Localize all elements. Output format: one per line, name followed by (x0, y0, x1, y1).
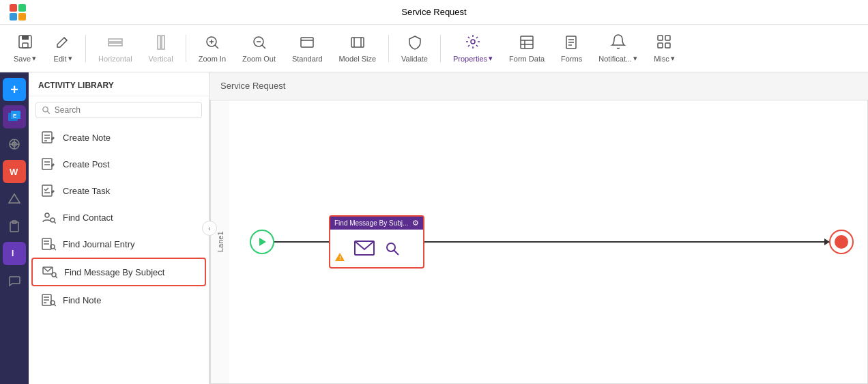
activity-library-header: ACTIVITY LIBRARY (29, 72, 209, 96)
svg-point-59 (45, 213, 49, 217)
node-search-icon (385, 241, 400, 256)
zoom-out-icon (251, 34, 267, 53)
validate-icon (407, 34, 423, 53)
app-grid-icon[interactable] (8, 3, 27, 22)
page-title: Service Request (401, 7, 466, 17)
svg-rect-57 (42, 185, 52, 196)
separator-4 (440, 35, 441, 62)
find-contact-icon (41, 210, 56, 224)
svg-line-69 (56, 277, 58, 279)
toolbar: Save ▾ Edit ▾ Horizontal (0, 25, 868, 72)
activity-node-title: Find Message By Subj... (334, 219, 408, 227)
forms-button[interactable]: Forms (554, 31, 589, 66)
left-nav: + E W (0, 72, 29, 384)
nav-identity[interactable]: I (3, 242, 26, 265)
svg-text:!: ! (339, 255, 341, 261)
nav-chat[interactable] (3, 269, 26, 292)
activity-sidebar: ACTIVITY LIBRARY Create Note (29, 72, 209, 384)
edit-icon (55, 33, 71, 53)
zoom-in-icon (204, 34, 220, 53)
start-node[interactable] (250, 230, 274, 254)
find-journal-icon (41, 237, 56, 251)
svg-point-68 (52, 273, 56, 277)
search-icon (42, 105, 50, 115)
lane-label: Lane1 (210, 100, 229, 383)
svg-rect-5 (22, 36, 29, 40)
separator-3 (388, 35, 389, 62)
create-note-icon (41, 131, 56, 144)
form-data-button[interactable]: Form Data (502, 31, 551, 66)
play-icon (257, 236, 267, 247)
svg-rect-9 (158, 36, 160, 49)
search-input[interactable] (55, 105, 196, 115)
nav-drive[interactable] (3, 187, 26, 210)
activity-node-header: Find Message By Subj... ⚙ (330, 217, 423, 230)
activity-item-create-task[interactable]: Create Task (31, 178, 206, 204)
find-note-icon (41, 293, 56, 307)
activity-node-gear[interactable]: ⚙ (412, 219, 419, 228)
svg-text:W: W (10, 167, 18, 177)
activity-item-find-contact[interactable]: Find Contact (31, 204, 206, 230)
model-size-icon (349, 34, 366, 53)
separator-1 (85, 35, 86, 62)
misc-button[interactable]: Misc ▾ (647, 31, 682, 66)
edit-button[interactable]: Edit ▾ (46, 31, 80, 66)
search-box[interactable] (35, 102, 202, 118)
zoom-out-button[interactable]: Zoom Out (235, 31, 283, 66)
nav-target[interactable] (3, 133, 26, 156)
activity-item-find-note[interactable]: Find Note (31, 287, 206, 313)
properties-icon (465, 33, 481, 53)
main-layout: + E W (0, 72, 868, 384)
validate-button[interactable]: Validate (394, 31, 435, 66)
activity-item-find-journal[interactable]: Find Journal Entry (31, 231, 206, 257)
zoom-in-button[interactable]: Zoom In (192, 31, 233, 66)
standard-button[interactable]: Standard (285, 31, 330, 66)
activity-item-create-note[interactable]: Create Note (31, 124, 206, 150)
svg-line-79 (394, 250, 399, 255)
activity-list: Create Note Create Post (29, 124, 209, 384)
svg-text:E: E (13, 113, 17, 119)
warning-triangle-icon: ! (334, 251, 345, 262)
canvas-area: Service Request Lane1 F (209, 72, 868, 384)
save-icon (17, 33, 33, 53)
nav-clipboard[interactable] (3, 215, 26, 238)
end-node[interactable] (829, 230, 854, 254)
properties-button[interactable]: Properties ▾ (446, 31, 500, 66)
nav-add[interactable]: + (3, 78, 26, 101)
svg-line-66 (55, 249, 57, 251)
notifications-button[interactable]: Notificat... ▾ (592, 31, 644, 66)
node-warning-icon: ! (334, 251, 345, 264)
nav-office[interactable]: W (3, 160, 26, 183)
svg-point-60 (50, 218, 55, 222)
svg-line-14 (215, 45, 218, 49)
svg-rect-32 (658, 36, 663, 40)
flow-arrow-2 (424, 241, 829, 243)
svg-rect-54 (42, 159, 52, 169)
canvas-label: Service Request (220, 81, 285, 91)
svg-line-17 (262, 45, 265, 49)
svg-rect-34 (658, 43, 663, 48)
horizontal-button[interactable]: Horizontal (91, 31, 139, 66)
form-data-icon (519, 34, 535, 53)
misc-icon (656, 33, 672, 53)
svg-rect-8 (108, 43, 122, 46)
activity-node[interactable]: Find Message By Subj... ⚙ (329, 215, 424, 269)
activity-node-body: ! (330, 230, 423, 267)
arrow-head-2 (824, 238, 830, 245)
svg-rect-7 (108, 39, 122, 42)
svg-rect-0 (10, 4, 17, 12)
create-post-icon (41, 157, 56, 171)
activity-item-find-message[interactable]: Find Message By Subject (31, 258, 206, 286)
horizontal-icon (107, 34, 124, 53)
collapse-sidebar-button[interactable]: ‹ (202, 221, 217, 236)
svg-rect-10 (162, 36, 164, 49)
flow-arrow-1 (274, 241, 329, 243)
nav-outlook[interactable]: E (3, 105, 26, 128)
find-message-icon (42, 265, 57, 279)
activity-item-create-post[interactable]: Create Post (31, 151, 206, 177)
end-node-inner (835, 235, 848, 249)
save-button[interactable]: Save ▾ (7, 31, 43, 66)
svg-rect-1 (18, 4, 26, 12)
model-size-button[interactable]: Model Size (332, 31, 383, 66)
vertical-button[interactable]: Vertical (142, 31, 180, 66)
